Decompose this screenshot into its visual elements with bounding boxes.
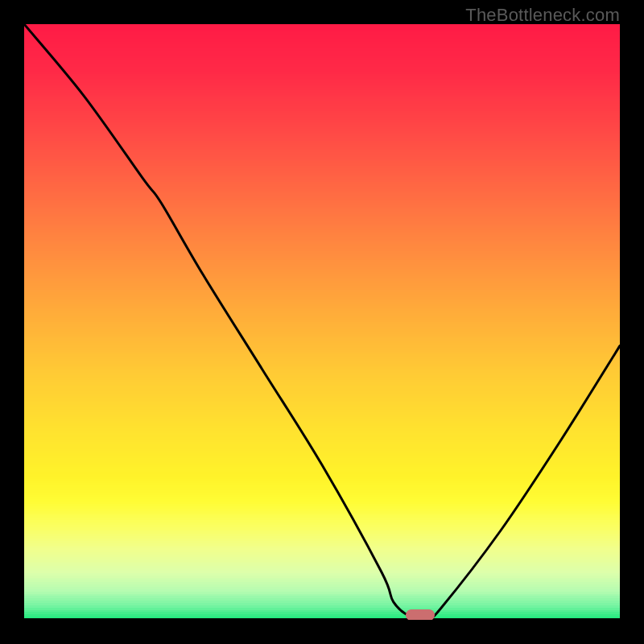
gradient-band [24,619,620,620]
plot-area [24,24,620,620]
chart-frame: TheBottleneck.com [0,0,644,644]
optimum-marker [406,609,435,620]
watermark-text: TheBottleneck.com [465,5,620,26]
